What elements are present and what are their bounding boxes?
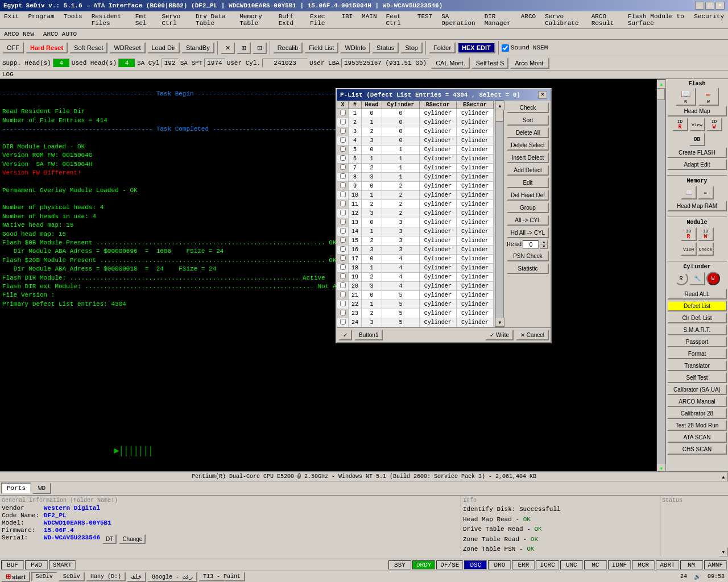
- btn-edit[interactable]: Edit: [507, 177, 549, 188]
- od-icon[interactable]: OD: [689, 132, 705, 146]
- info-scroll-up[interactable]: ▲: [719, 472, 728, 473]
- head-value-input[interactable]: [523, 240, 539, 249]
- btn-delete-select[interactable]: Delete Select: [507, 140, 549, 151]
- console-scrollbar[interactable]: ▲ ▼: [656, 79, 665, 473]
- module-check-icon[interactable]: Check: [698, 242, 714, 256]
- btn-translator[interactable]: Translator: [667, 360, 727, 371]
- modal-scroll-up[interactable]: ▲: [495, 101, 504, 110]
- btn-calibrator28[interactable]: Calibrator 28: [667, 408, 727, 419]
- menu-dir-manager[interactable]: DIR Manager: [483, 13, 514, 27]
- btn-passport[interactable]: Passport: [667, 336, 727, 347]
- row-checkbox[interactable]: [337, 318, 349, 327]
- row-checkbox[interactable]: [337, 218, 349, 227]
- btn-sort[interactable]: Sort: [507, 115, 549, 126]
- module-id-r-icon[interactable]: IDR: [681, 227, 697, 241]
- row-checkbox[interactable]: [337, 155, 349, 164]
- btn-create-flash[interactable]: Create FLASH: [667, 147, 727, 158]
- menu-main[interactable]: MAIN: [360, 13, 378, 27]
- btn-arco-manual[interactable]: ARCO Manual: [667, 396, 727, 407]
- row-checkbox[interactable]: [337, 200, 349, 209]
- module-view-icon[interactable]: View: [681, 242, 697, 256]
- btn-checkmark[interactable]: ✓: [338, 330, 352, 340]
- row-checkbox[interactable]: [337, 309, 349, 318]
- btn-box[interactable]: ⊡: [253, 42, 267, 54]
- menu-drv-data-table[interactable]: Drv Data Table: [194, 13, 232, 27]
- btn-grid[interactable]: ⊞: [237, 42, 251, 54]
- btn-soft-reset[interactable]: Soft Reset: [69, 42, 107, 53]
- btn-load-dir[interactable]: Load Dir: [147, 42, 180, 53]
- row-checkbox[interactable]: [337, 182, 349, 191]
- maximize-btn[interactable]: □: [705, 2, 714, 10]
- menu-resident-files[interactable]: Resident Files: [90, 13, 128, 27]
- btn-hd-all-cyl[interactable]: Hd All -> CYL: [507, 227, 549, 238]
- cyl-r-icon[interactable]: R: [675, 272, 688, 285]
- modal-close-btn[interactable]: ×: [538, 91, 547, 99]
- menu-memory-table[interactable]: Memory Table: [238, 13, 271, 27]
- head-spin-down[interactable]: ▼: [540, 244, 548, 249]
- modal-scrollbar[interactable]: ▲ ▼: [495, 101, 504, 327]
- id-w-icon[interactable]: ID W: [706, 118, 722, 131]
- id-r-icon[interactable]: ID R: [672, 118, 688, 131]
- row-checkbox[interactable]: [337, 164, 349, 173]
- btn-group[interactable]: Group: [507, 202, 549, 213]
- btn-folder[interactable]: Folder: [429, 42, 456, 53]
- btn-wd-info[interactable]: WDInfo: [340, 42, 370, 53]
- menu-fmt-sel[interactable]: Fmt Sel: [134, 13, 155, 27]
- cyl-icon2[interactable]: 🔧: [689, 272, 705, 285]
- btn-add-defect[interactable]: Add Defect: [507, 165, 549, 176]
- btn-psn-check[interactable]: PSN Check: [507, 251, 549, 261]
- row-checkbox[interactable]: [337, 209, 349, 218]
- modal-scroll-down[interactable]: ▼: [495, 318, 504, 327]
- menu-security[interactable]: Security: [692, 13, 726, 27]
- head-spin-up[interactable]: ▲: [540, 240, 548, 244]
- cyl-w-icon[interactable]: W: [706, 272, 720, 285]
- scroll-up-btn[interactable]: ▲: [657, 80, 665, 89]
- btn-statistic[interactable]: Statistic: [507, 263, 549, 274]
- menu-arco-result[interactable]: ARCO Result: [590, 13, 621, 27]
- btn-write[interactable]: ✓ Write: [485, 330, 514, 340]
- btn-wd-reset[interactable]: WDReset: [109, 42, 145, 53]
- btn-cancel[interactable]: ✕ Cancel: [516, 330, 549, 340]
- row-checkbox[interactable]: [337, 146, 349, 155]
- btn-head-map-ram[interactable]: Head Map RAM: [667, 201, 727, 211]
- row-checkbox[interactable]: [337, 236, 349, 246]
- menu-exit[interactable]: Exit: [2, 13, 20, 27]
- menu-servo-ctrl[interactable]: Servo Ctrl: [160, 13, 188, 27]
- row-checkbox[interactable]: [337, 109, 349, 118]
- btn-chs-scan[interactable]: CHS SCAN: [667, 444, 727, 455]
- memory-read-icon[interactable]: 📖: [681, 186, 697, 199]
- btn-hex-edit[interactable]: HEX EDIT: [457, 42, 495, 53]
- module-id-w-icon[interactable]: IDW: [698, 227, 714, 241]
- flash-icon-write[interactable]: ✏ W: [698, 88, 719, 106]
- btn-hard-reset[interactable]: Hard Reset: [26, 42, 68, 53]
- btn-calibrator[interactable]: Calibrator (SA,UA): [667, 384, 727, 395]
- menu-buff-extd[interactable]: Buff Extd: [277, 13, 303, 27]
- row-checkbox[interactable]: [337, 291, 349, 300]
- btn-stop[interactable]: Stop: [400, 42, 423, 53]
- btn-field-list[interactable]: Field List: [304, 42, 338, 53]
- row-checkbox[interactable]: [337, 255, 349, 264]
- btn-standby[interactable]: StandBy: [181, 42, 214, 53]
- row-checkbox[interactable]: [337, 300, 349, 309]
- btn-self-test-rp[interactable]: Self Test: [667, 372, 727, 383]
- btn-arco-mont[interactable]: Arco Mont.: [510, 57, 549, 69]
- row-checkbox[interactable]: [337, 246, 349, 255]
- flash-icon-read[interactable]: 📖 R: [676, 88, 696, 106]
- btn-clr-def-list[interactable]: Clr Def. List: [667, 313, 727, 323]
- btn-del-head-def[interactable]: Del Head Def: [507, 190, 549, 201]
- menu-feat-ctrl[interactable]: Feat Ctrl: [384, 13, 410, 27]
- menu-tools[interactable]: Tools: [62, 13, 84, 27]
- memory-write-icon[interactable]: ✏: [698, 186, 714, 199]
- close-btn[interactable]: ×: [715, 2, 725, 10]
- row-checkbox[interactable]: [337, 282, 349, 291]
- row-checkbox[interactable]: [337, 127, 349, 136]
- btn-head-map[interactable]: Head Map: [667, 106, 727, 117]
- btn-off[interactable]: OFF: [2, 42, 24, 53]
- scroll-thumb[interactable]: [657, 89, 665, 100]
- menu-flash-module[interactable]: Flash Module to Surface: [626, 13, 686, 27]
- btn-button1[interactable]: Button1: [354, 330, 383, 340]
- btn-cal-mont[interactable]: CAL Mont.: [431, 57, 470, 69]
- btn-all-cyl[interactable]: All -> CYL: [507, 215, 549, 226]
- btn-check[interactable]: Check: [507, 102, 549, 113]
- btn-smart[interactable]: S.M.A.R.T.: [667, 325, 727, 335]
